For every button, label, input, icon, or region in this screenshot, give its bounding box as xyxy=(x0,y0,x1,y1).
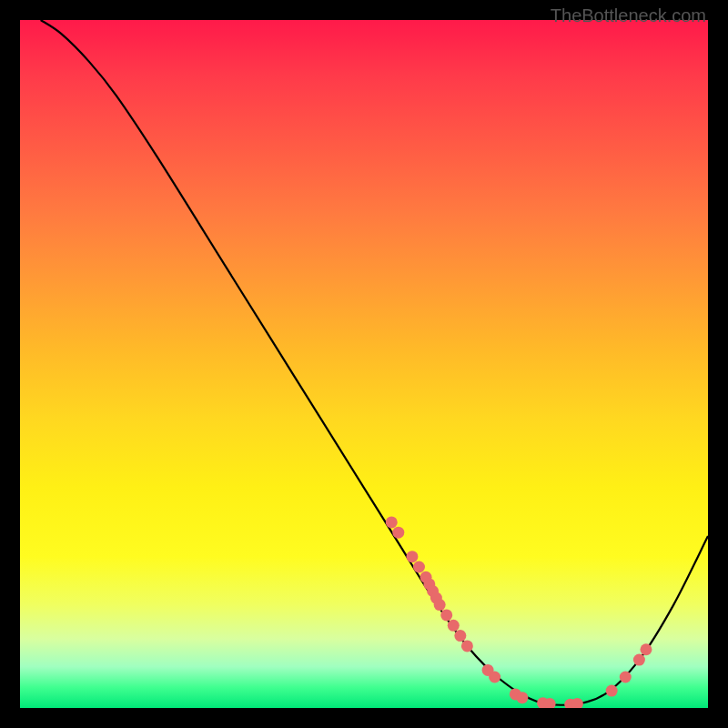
watermark: TheBottleneck.com xyxy=(551,5,706,26)
data-dot xyxy=(406,551,418,562)
data-dot xyxy=(386,516,398,528)
data-dot xyxy=(392,527,404,539)
data-dot xyxy=(606,685,618,697)
data-dot xyxy=(448,620,460,632)
data-dot xyxy=(640,643,652,655)
data-dot xyxy=(454,630,466,642)
data-dot xyxy=(440,609,452,621)
data-dot xyxy=(633,654,645,666)
data-dot xyxy=(413,561,425,573)
chart-svg xyxy=(20,20,708,708)
data-dot xyxy=(461,640,473,652)
data-dot xyxy=(434,599,446,611)
data-dots xyxy=(386,516,652,708)
plot-area xyxy=(20,20,708,708)
data-dot xyxy=(489,671,500,682)
data-dot xyxy=(620,671,632,682)
data-dot xyxy=(516,692,528,703)
chart-container: TheBottleneck.com xyxy=(0,0,728,728)
bottleneck-curve xyxy=(41,20,708,705)
